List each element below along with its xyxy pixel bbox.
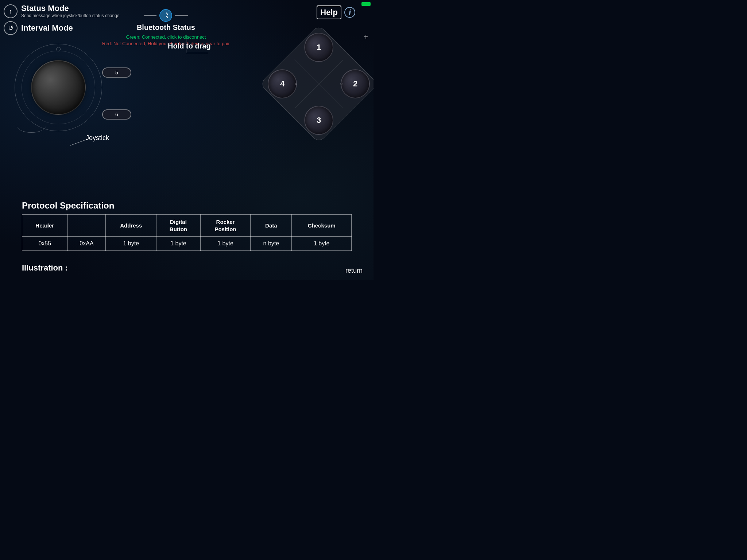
protocol-table: Header Address DigitalButton RockerPosit… [22, 214, 352, 251]
drag-line-h [186, 53, 208, 53]
button-2-dot [340, 83, 342, 85]
bluetooth-section: ʿʿ Bluetooth Status Green: Connected, cl… [102, 9, 230, 47]
bluetooth-status-title: Bluetooth Status [102, 23, 230, 32]
gamepad-button-3[interactable]: 3 [304, 106, 333, 135]
col-header-digital-button: DigitalButton [156, 215, 201, 237]
cell-0xAA: 0xAA [67, 237, 106, 251]
col-header-checksum: Checksum [292, 215, 352, 237]
bluetooth-symbol-icon [163, 12, 169, 20]
slider-5-button[interactable]: 5 [102, 67, 131, 78]
cell-1byte-digital: 1 byte [156, 237, 201, 251]
help-button[interactable]: Help [317, 5, 341, 19]
button-4-dot [295, 83, 297, 85]
protocol-title: Protocol Specification [22, 201, 352, 211]
col-header-address: Address [106, 215, 156, 237]
illustration-title: Illustration : [22, 263, 68, 273]
cell-nbyte-data: n byte [251, 237, 292, 251]
bluetooth-icon[interactable]: ʿʿ [159, 9, 172, 22]
joystick-label: Joystick [86, 134, 109, 142]
hold-to-drag-label: Hold to drag [168, 42, 211, 50]
col-header-header: Header [22, 215, 68, 237]
interval-mode-icon: ↺ [4, 21, 18, 35]
slider-6-button[interactable]: 6 [102, 109, 131, 120]
protocol-section: Protocol Specification Header Address Di… [22, 201, 352, 251]
col-header-data: Data [251, 215, 292, 237]
cell-1byte-address: 1 byte [106, 237, 156, 251]
battery-indicator [361, 2, 371, 6]
col-header-empty [67, 215, 106, 237]
return-button[interactable]: return [345, 267, 363, 275]
cell-1byte-rocker: 1 byte [200, 237, 250, 251]
joystick-area[interactable]: Joystick [15, 44, 106, 135]
joystick-outer-ring: Joystick [15, 44, 102, 131]
slider-5-area: 5 [102, 67, 131, 78]
gamepad-button-1[interactable]: 1 [304, 33, 333, 62]
slider-6-area: 6 [102, 109, 131, 120]
table-data-row: 0x55 0xAA 1 byte 1 byte 1 byte n byte 1 … [22, 237, 352, 251]
status-mode-icon: ↑ [4, 4, 18, 18]
bluetooth-connected-text: Green: Connected, click to disconnect [126, 34, 206, 40]
joystick-knob[interactable] [31, 60, 86, 115]
cell-1byte-checksum: 1 byte [292, 237, 352, 251]
col-header-rocker-position: RockerPosition [200, 215, 250, 237]
info-icon[interactable]: i [344, 7, 355, 18]
drag-line-v [186, 36, 186, 53]
bt-line-left [144, 15, 156, 16]
joystick-arc [17, 118, 46, 133]
illustration-section: Illustration : [22, 263, 68, 273]
interval-mode-title: Interval Mode [21, 23, 73, 33]
gamepad-button-2[interactable]: 2 [341, 69, 370, 98]
gamepad-area: 1 2 3 4 [268, 33, 370, 142]
help-area: Help i [317, 5, 355, 19]
cell-0x55: 0x55 [22, 237, 68, 251]
gamepad-button-4[interactable]: 4 [268, 69, 297, 98]
table-header-row: Header Address DigitalButton RockerPosit… [22, 215, 352, 237]
gamepad-diamond: 1 2 3 4 [268, 33, 370, 135]
bt-line-right [175, 15, 188, 16]
